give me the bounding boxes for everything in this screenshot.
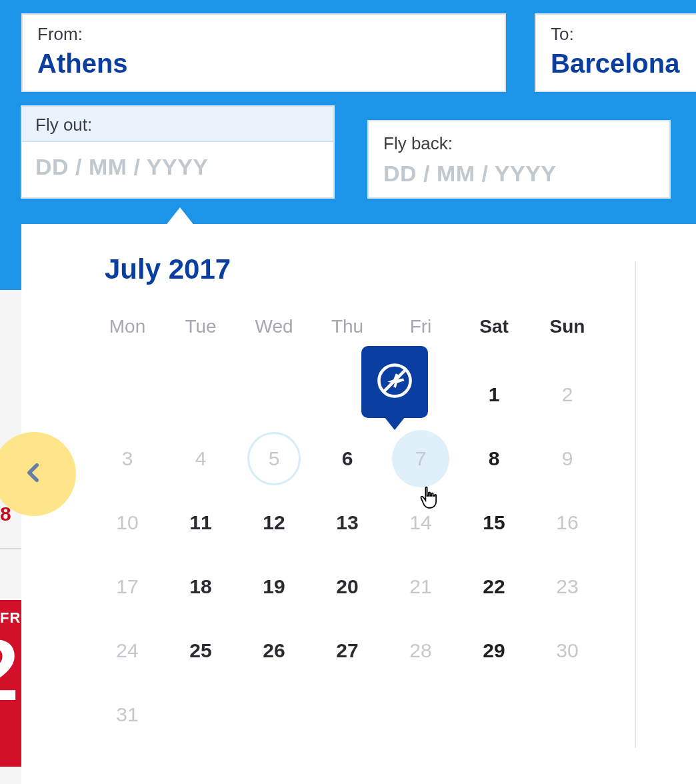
promo-big-shape: 2 (0, 627, 22, 707)
fly-back-label: Fly back: (383, 133, 655, 154)
cursor-pointer-icon (417, 485, 441, 509)
chevron-left-icon (23, 457, 45, 491)
to-location-box[interactable]: To: Barcelona (535, 13, 696, 92)
day-9[interactable]: 9 (531, 427, 604, 491)
day-31[interactable]: 31 (91, 683, 164, 747)
stray-number: 8 (0, 503, 11, 525)
day-blank (91, 363, 164, 427)
day-number: 17 (116, 575, 138, 598)
day-20[interactable]: 20 (311, 555, 384, 619)
calendar-panel: July 2017 Mon Tue Wed Thu Fri Sat Sun 12… (21, 224, 696, 784)
day-11[interactable]: 11 (164, 491, 237, 555)
no-flight-icon (375, 361, 414, 403)
day-number: 26 (263, 639, 285, 662)
day-number: 23 (556, 575, 578, 598)
from-label: From: (37, 24, 490, 45)
fly-back-placeholder: DD / MM / YYYY (383, 161, 655, 187)
day-16[interactable]: 16 (531, 491, 604, 555)
day-number: 3 (122, 447, 133, 470)
day-number: 24 (116, 639, 138, 662)
weekday-fri: Fri (384, 316, 457, 337)
day-2[interactable]: 2 (531, 363, 604, 427)
day-number: 16 (556, 511, 578, 534)
stray-divider (0, 548, 22, 549)
month-title: July 2017 (105, 253, 231, 285)
day-number: 8 (489, 447, 500, 470)
day-17[interactable]: 17 (91, 555, 164, 619)
day-number: 10 (116, 511, 138, 534)
day-23[interactable]: 23 (531, 555, 604, 619)
no-flight-tooltip (361, 346, 428, 418)
weekday-tue: Tue (164, 316, 237, 337)
day-number: 22 (483, 575, 505, 598)
from-value: Athens (37, 49, 490, 79)
day-blank (237, 363, 311, 427)
day-number: 1 (489, 383, 500, 406)
day-24[interactable]: 24 (91, 619, 164, 683)
day-15[interactable]: 15 (457, 491, 531, 555)
day-outline (247, 432, 301, 485)
day-12[interactable]: 12 (237, 491, 311, 555)
day-3[interactable]: 3 (91, 427, 164, 491)
weekday-sun: Sun (531, 316, 604, 337)
day-blank (164, 363, 237, 427)
day-18[interactable]: 18 (164, 555, 237, 619)
day-number: 14 (409, 511, 431, 534)
day-number: 21 (409, 575, 431, 598)
weekday-thu: Thu (311, 316, 384, 337)
day-number: 28 (409, 639, 431, 662)
day-number: 2 (562, 383, 573, 406)
day-number: 31 (116, 703, 138, 726)
day-27[interactable]: 27 (311, 619, 384, 683)
day-number: 18 (189, 575, 211, 598)
day-7[interactable]: 7 (384, 427, 457, 491)
weekday-mon: Mon (91, 316, 164, 337)
calendar-divider (635, 261, 636, 748)
day-number: 29 (483, 639, 505, 662)
day-number: 27 (336, 639, 358, 662)
day-number: 9 (562, 447, 573, 470)
day-number: 15 (483, 511, 505, 534)
day-22[interactable]: 22 (457, 555, 531, 619)
days-grid: 1234567891011121314151617181920212223242… (91, 363, 604, 747)
day-30[interactable]: 30 (531, 619, 604, 683)
day-number: 6 (342, 447, 353, 470)
day-number: 12 (263, 511, 285, 534)
day-number: 11 (189, 511, 211, 534)
weekday-row: Mon Tue Wed Thu Fri Sat Sun (91, 316, 604, 337)
fly-out-label: Fly out: (22, 107, 333, 142)
fly-out-placeholder: DD / MM / YYYY (22, 142, 333, 192)
day-8[interactable]: 8 (457, 427, 531, 491)
fly-back-box[interactable]: Fly back: DD / MM / YYYY (367, 120, 671, 199)
day-21[interactable]: 21 (384, 555, 457, 619)
day-number: 25 (189, 639, 211, 662)
day-1[interactable]: 1 (457, 363, 531, 427)
day-4[interactable]: 4 (164, 427, 237, 491)
day-number: 13 (336, 511, 358, 534)
day-26[interactable]: 26 (237, 619, 311, 683)
day-19[interactable]: 19 (237, 555, 311, 619)
day-number: 30 (556, 639, 578, 662)
day-13[interactable]: 13 (311, 491, 384, 555)
day-29[interactable]: 29 (457, 619, 531, 683)
day-number: 4 (195, 447, 207, 470)
to-value: Barcelona (551, 49, 693, 79)
weekday-wed: Wed (237, 316, 311, 337)
to-label: To: (551, 24, 693, 45)
from-location-box[interactable]: From: Athens (21, 13, 506, 92)
day-number: 20 (336, 575, 358, 598)
day-6[interactable]: 6 (311, 427, 384, 491)
day-5[interactable]: 5 (237, 427, 311, 491)
day-number: 7 (415, 447, 427, 470)
calendar-caret (165, 207, 195, 226)
promo-banner: FR 2 (0, 600, 22, 767)
day-10[interactable]: 10 (91, 491, 164, 555)
weekday-sat: Sat (457, 316, 531, 337)
day-28[interactable]: 28 (384, 619, 457, 683)
fly-out-box[interactable]: Fly out: DD / MM / YYYY (21, 105, 335, 199)
day-25[interactable]: 25 (164, 619, 237, 683)
day-number: 19 (263, 575, 285, 598)
